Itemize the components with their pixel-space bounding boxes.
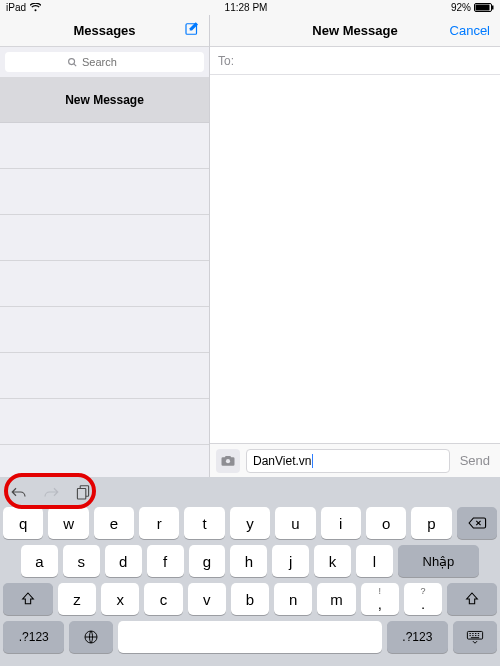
svg-rect-2 xyxy=(492,6,494,10)
key-t[interactable]: t xyxy=(184,507,224,539)
numbers-key-left[interactable]: .?123 xyxy=(3,621,64,653)
compose-button[interactable] xyxy=(183,20,201,38)
list-item xyxy=(0,123,209,169)
keyboard-row-3: z x c v b n m ! , ? . xyxy=(3,583,497,615)
dismiss-keyboard-key[interactable] xyxy=(453,621,497,653)
svg-line-5 xyxy=(74,63,76,65)
sidebar-header: Messages xyxy=(0,15,209,47)
key-v[interactable]: v xyxy=(188,583,226,615)
detail-pane: New Message Cancel To: DanViet.vn Send xyxy=(210,15,500,477)
search-icon xyxy=(67,57,78,68)
list-item xyxy=(0,169,209,215)
list-item xyxy=(0,307,209,353)
conversation-title: New Message xyxy=(65,93,144,107)
svg-rect-1 xyxy=(476,5,490,11)
backspace-key[interactable] xyxy=(457,507,497,539)
keyboard: q w e r t y u i o p a s d f g h xyxy=(0,477,500,666)
key-s[interactable]: s xyxy=(63,545,100,577)
device-label: iPad xyxy=(6,2,26,13)
key-y[interactable]: y xyxy=(230,507,270,539)
cancel-button[interactable]: Cancel xyxy=(450,23,490,38)
message-input-row: DanViet.vn Send xyxy=(210,443,500,477)
key-period[interactable]: ? . xyxy=(404,583,442,615)
sidebar: Messages New Message xyxy=(0,15,210,477)
conversation-item[interactable]: New Message xyxy=(0,77,209,123)
key-h[interactable]: h xyxy=(230,545,267,577)
to-field[interactable]: To: xyxy=(210,47,500,75)
redo-icon[interactable] xyxy=(42,483,60,501)
keyboard-row-1: q w e r t y u i o p xyxy=(3,507,497,539)
status-bar: iPad 11:28 PM 92% xyxy=(0,0,500,15)
battery-icon xyxy=(474,3,494,12)
numbers-key-right[interactable]: .?123 xyxy=(387,621,448,653)
clock: 11:28 PM xyxy=(41,2,451,13)
battery-percent: 92% xyxy=(451,2,471,13)
detail-title: New Message xyxy=(312,23,397,38)
svg-point-4 xyxy=(69,58,75,64)
list-item xyxy=(0,261,209,307)
undo-icon[interactable] xyxy=(10,483,28,501)
key-u[interactable]: u xyxy=(275,507,315,539)
sidebar-title: Messages xyxy=(73,23,135,38)
keyboard-toolbar xyxy=(0,477,500,507)
list-item xyxy=(0,353,209,399)
key-e[interactable]: e xyxy=(94,507,134,539)
key-n[interactable]: n xyxy=(274,583,312,615)
search-input[interactable] xyxy=(5,52,204,72)
enter-key[interactable]: Nhập xyxy=(398,545,479,577)
key-b[interactable]: b xyxy=(231,583,269,615)
key-comma[interactable]: ! , xyxy=(361,583,399,615)
shift-key-right[interactable] xyxy=(447,583,497,615)
svg-point-6 xyxy=(226,459,230,463)
key-j[interactable]: j xyxy=(272,545,309,577)
key-o[interactable]: o xyxy=(366,507,406,539)
key-p[interactable]: p xyxy=(411,507,451,539)
list-item xyxy=(0,399,209,445)
clipboard-icon[interactable] xyxy=(74,483,92,501)
key-r[interactable]: r xyxy=(139,507,179,539)
shift-key-left[interactable] xyxy=(3,583,53,615)
keyboard-row-4: .?123 .?123 xyxy=(3,621,497,653)
conversation-list: New Message xyxy=(0,77,209,445)
key-d[interactable]: d xyxy=(105,545,142,577)
key-q[interactable]: q xyxy=(3,507,43,539)
compose-body[interactable] xyxy=(210,75,500,443)
camera-icon[interactable] xyxy=(216,449,240,473)
globe-key[interactable] xyxy=(69,621,113,653)
key-k[interactable]: k xyxy=(314,545,351,577)
send-button[interactable]: Send xyxy=(456,453,494,468)
detail-header: New Message Cancel xyxy=(210,15,500,47)
key-m[interactable]: m xyxy=(317,583,355,615)
key-x[interactable]: x xyxy=(101,583,139,615)
space-key[interactable] xyxy=(118,621,381,653)
key-l[interactable]: l xyxy=(356,545,393,577)
wifi-icon xyxy=(30,3,41,12)
to-label: To: xyxy=(218,54,234,68)
key-z[interactable]: z xyxy=(58,583,96,615)
key-g[interactable]: g xyxy=(189,545,226,577)
key-i[interactable]: i xyxy=(321,507,361,539)
key-f[interactable]: f xyxy=(147,545,184,577)
key-w[interactable]: w xyxy=(48,507,88,539)
message-input-value: DanViet.vn xyxy=(253,454,311,468)
message-input[interactable]: DanViet.vn xyxy=(246,449,450,473)
key-a[interactable]: a xyxy=(21,545,58,577)
keyboard-row-2: a s d f g h j k l Nhập xyxy=(3,545,497,577)
list-item xyxy=(0,215,209,261)
svg-rect-8 xyxy=(77,489,85,500)
key-c[interactable]: c xyxy=(144,583,182,615)
